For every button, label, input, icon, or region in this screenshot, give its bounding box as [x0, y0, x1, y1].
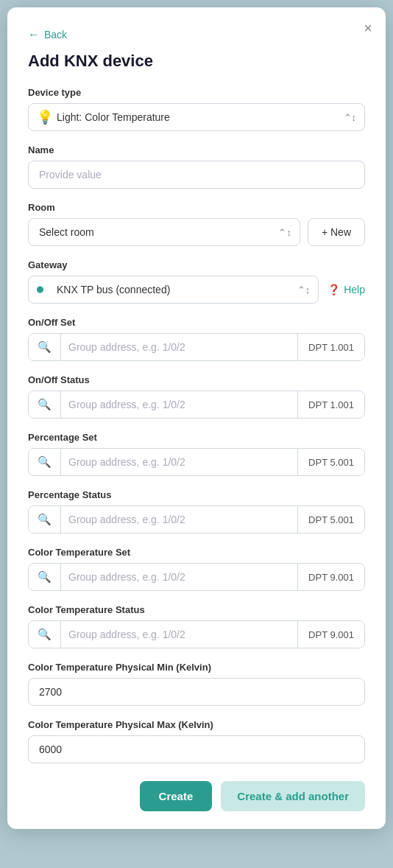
- room-select-wrapper: Select room ⌃↕: [28, 218, 300, 246]
- percentage-status-row: 🔍 DPT 5.001: [28, 505, 365, 533]
- color-temp-status-field: Color Temperature Status 🔍 DPT 9.001: [28, 604, 365, 648]
- help-link[interactable]: ❓ Help: [328, 284, 365, 295]
- close-button[interactable]: ×: [364, 21, 372, 35]
- percentage-set-field: Percentage Set 🔍 DPT 5.001: [28, 432, 365, 476]
- percentage-status-dpt[interactable]: DPT 5.001: [297, 506, 364, 533]
- help-label: Help: [344, 284, 365, 295]
- color-temp-status-search-icon[interactable]: 🔍: [29, 621, 61, 648]
- color-temp-set-field: Color Temperature Set 🔍 DPT 9.001: [28, 547, 365, 591]
- on-off-set-input[interactable]: [61, 334, 297, 360]
- on-off-status-dpt[interactable]: DPT 1.001: [297, 391, 364, 418]
- color-temp-set-row: 🔍 DPT 9.001: [28, 563, 365, 591]
- color-temp-set-label: Color Temperature Set: [28, 547, 365, 558]
- on-off-status-field: On/Off Status 🔍 DPT 1.001: [28, 374, 365, 419]
- connected-dot-icon: [37, 287, 43, 293]
- color-temp-set-input[interactable]: [61, 564, 297, 590]
- on-off-set-row: 🔍 DPT 1.001: [28, 333, 365, 361]
- on-off-set-field: On/Off Set 🔍 DPT 1.001: [28, 317, 365, 361]
- gateway-select-wrapper: KNX TP bus (connected) ⌃↕: [28, 276, 319, 304]
- name-input[interactable]: [28, 161, 365, 189]
- device-type-select-wrapper: 💡 Light: Color Temperature ⌃↕: [28, 103, 365, 131]
- color-temp-max-field: Color Temperature Physical Max (Kelvin): [28, 719, 365, 763]
- on-off-status-search-icon[interactable]: 🔍: [29, 391, 61, 418]
- color-temp-set-dpt[interactable]: DPT 9.001: [297, 564, 364, 590]
- percentage-status-label: Percentage Status: [28, 489, 365, 500]
- gateway-field: Gateway KNX TP bus (connected) ⌃↕ ❓ Help: [28, 259, 365, 304]
- color-temp-min-field: Color Temperature Physical Min (Kelvin): [28, 662, 365, 706]
- percentage-status-input[interactable]: [61, 506, 297, 533]
- percentage-set-input[interactable]: [61, 449, 297, 475]
- color-temp-max-label: Color Temperature Physical Max (Kelvin): [28, 719, 365, 730]
- room-field: Room Select room ⌃↕ + New: [28, 202, 365, 246]
- back-label: Back: [44, 29, 67, 41]
- gateway-label: Gateway: [28, 259, 365, 270]
- on-off-set-label: On/Off Set: [28, 317, 365, 328]
- on-off-set-dpt[interactable]: DPT 1.001: [297, 334, 364, 360]
- percentage-set-dpt[interactable]: DPT 5.001: [297, 449, 364, 475]
- create-button[interactable]: Create: [140, 781, 213, 811]
- color-temp-min-input[interactable]: [28, 678, 365, 706]
- footer-buttons: Create Create & add another: [28, 781, 365, 811]
- percentage-set-row: 🔍 DPT 5.001: [28, 448, 365, 476]
- color-temp-max-input[interactable]: [28, 735, 365, 763]
- add-knx-device-modal: ← Back × Add KNX device Device type 💡 Li…: [7, 7, 386, 829]
- percentage-status-search-icon[interactable]: 🔍: [29, 506, 61, 533]
- page-title: Add KNX device: [28, 52, 365, 71]
- color-temp-min-label: Color Temperature Physical Min (Kelvin): [28, 662, 365, 673]
- name-field: Name: [28, 144, 365, 189]
- color-temp-status-label: Color Temperature Status: [28, 604, 365, 615]
- create-add-another-button[interactable]: Create & add another: [221, 781, 365, 811]
- on-off-status-label: On/Off Status: [28, 374, 365, 385]
- on-off-status-row: 🔍 DPT 1.001: [28, 391, 365, 419]
- percentage-status-field: Percentage Status 🔍 DPT 5.001: [28, 489, 365, 533]
- gateway-row: KNX TP bus (connected) ⌃↕ ❓ Help: [28, 276, 365, 304]
- back-link[interactable]: ← Back: [28, 28, 365, 41]
- device-type-label: Device type: [28, 87, 365, 98]
- color-temp-status-input[interactable]: [61, 621, 297, 648]
- room-row: Select room ⌃↕ + New: [28, 218, 365, 246]
- color-temp-status-dpt[interactable]: DPT 9.001: [297, 621, 364, 648]
- gateway-select[interactable]: KNX TP bus (connected): [28, 276, 319, 304]
- device-type-field: Device type 💡 Light: Color Temperature ⌃…: [28, 87, 365, 131]
- percentage-set-search-icon[interactable]: 🔍: [29, 449, 61, 475]
- percentage-set-label: Percentage Set: [28, 432, 365, 443]
- on-off-set-search-icon[interactable]: 🔍: [29, 334, 61, 360]
- new-room-button[interactable]: + New: [308, 218, 365, 246]
- room-label: Room: [28, 202, 365, 213]
- color-temp-set-search-icon[interactable]: 🔍: [29, 564, 61, 590]
- color-temp-status-row: 🔍 DPT 9.001: [28, 620, 365, 648]
- help-circle-icon: ❓: [328, 284, 340, 295]
- back-arrow-icon: ←: [28, 28, 40, 41]
- device-type-select[interactable]: Light: Color Temperature: [28, 103, 365, 131]
- name-label: Name: [28, 144, 365, 155]
- on-off-status-input[interactable]: [61, 391, 297, 418]
- room-select[interactable]: Select room: [28, 218, 300, 246]
